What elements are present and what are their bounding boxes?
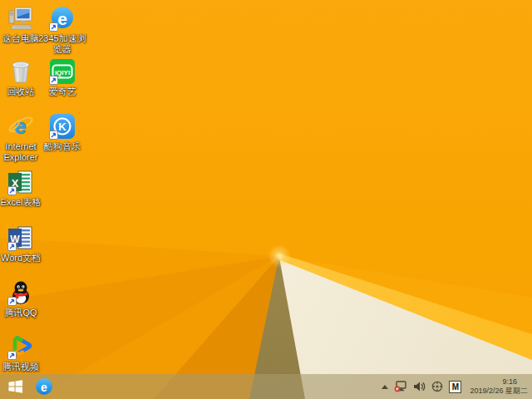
desktop-icon-word[interactable]: W Word文档 (0, 224, 47, 264)
icon-label: Excel表格 (0, 197, 47, 208)
desktop-icon-kugou-music[interactable]: K 酷狗音乐 (37, 113, 88, 152)
clock-time: 9:16 (470, 377, 528, 387)
tencent-video-icon (7, 333, 34, 360)
icon-label: 2345加速浏览器 (37, 33, 88, 55)
icon-label: 爱奇艺 (37, 86, 88, 97)
icon-label: 腾讯QQ (0, 308, 47, 318)
shortcut-arrow-icon (49, 22, 58, 32)
chevron-up-icon (382, 385, 388, 389)
iqiyi-icon: iQIYI (49, 58, 76, 85)
shortcut-arrow-icon (7, 186, 17, 195)
desktop-icon-iqiyi[interactable]: iQIYI 爱奇艺 (37, 58, 88, 97)
icon-label: Word文档 (0, 253, 47, 264)
shortcut-arrow-icon (49, 76, 58, 85)
internet-explorer-icon: e (7, 113, 34, 140)
network-status-icon[interactable] (394, 381, 407, 392)
input-method-indicator[interactable]: M (449, 381, 461, 393)
tray-utility-icon[interactable] (431, 381, 443, 392)
shortcut-arrow-icon (7, 351, 17, 360)
svg-text:K: K (58, 121, 66, 133)
icon-label: 酷狗音乐 (37, 141, 88, 152)
shortcut-arrow-icon (7, 242, 17, 251)
kugou-music-icon: K (49, 113, 76, 140)
show-hidden-icons-button[interactable] (382, 385, 388, 389)
desktop-icon-excel[interactable]: X Excel表格 (0, 169, 47, 208)
taskbar-browser-button[interactable]: e (30, 374, 58, 399)
system-tray: M 9:16 2019/2/26 星期二 (382, 374, 532, 399)
word-icon: W (7, 224, 34, 251)
svg-text:e: e (57, 9, 67, 28)
desktop-icon-2345-browser[interactable]: e 2345加速浏览器 (37, 5, 88, 55)
qq-icon (7, 279, 34, 306)
2345-browser-icon: e (49, 5, 76, 32)
icon-label: 腾讯视频 (0, 362, 47, 372)
start-button[interactable] (0, 374, 30, 399)
excel-icon: X (7, 169, 34, 195)
shortcut-arrow-icon (7, 297, 17, 306)
browser-e-icon: e (35, 377, 53, 396)
clock-date: 2019/2/26 星期二 (470, 387, 528, 396)
recycle-bin-icon (7, 58, 34, 85)
taskbar-clock[interactable]: 9:16 2019/2/26 星期二 (467, 377, 528, 396)
desktop-icon-tencent-video[interactable]: 腾讯视频 (0, 333, 47, 372)
desktop-icon-qq[interactable]: 腾讯QQ (0, 279, 47, 318)
this-pc-icon (7, 5, 34, 32)
volume-icon[interactable] (413, 381, 426, 392)
taskbar: e (0, 374, 532, 399)
desktop-root: { "desktop": { "icons": [ {"name": "this… (0, 0, 532, 399)
svg-text:e: e (41, 381, 47, 394)
shortcut-arrow-icon (49, 131, 58, 140)
windows-logo-icon (7, 379, 23, 394)
